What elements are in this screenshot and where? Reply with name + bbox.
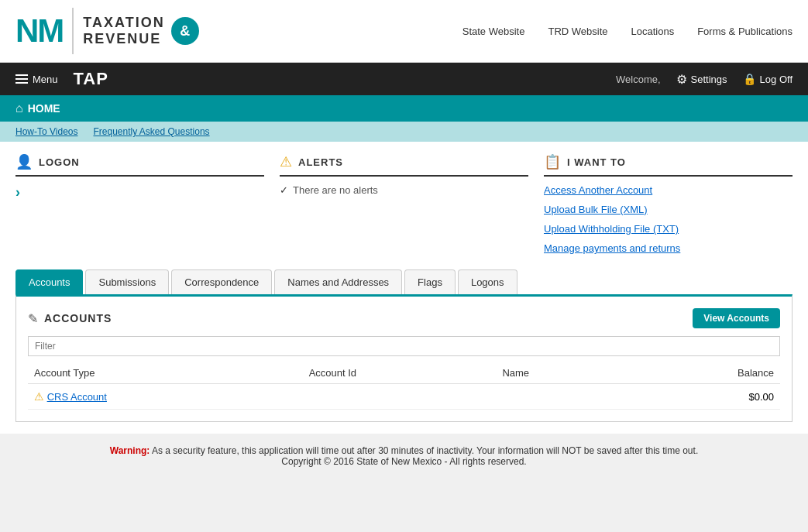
- tab-logons[interactable]: Logons: [458, 269, 517, 294]
- link-upload-withholding-file[interactable]: Upload Withholding File (TXT): [544, 223, 793, 235]
- logo-nm: NM: [15, 15, 63, 47]
- balance-cell: $0.00: [623, 384, 780, 410]
- table-row: ⚠ CRS Account $0.00: [28, 384, 780, 410]
- menu-right: Welcome, Settings Log Off: [616, 72, 793, 87]
- home-link[interactable]: ⌂ HOME: [15, 101, 60, 115]
- edit-icon[interactable]: ✎: [28, 311, 38, 326]
- home-label: HOME: [28, 102, 60, 115]
- account-type-cell: ⚠ CRS Account: [28, 384, 303, 410]
- top-navigation: State Website TRD Website Locations Form…: [462, 26, 793, 37]
- i-want-to-title: I WANT TO: [567, 156, 626, 168]
- warning-label: Warning:: [110, 445, 150, 456]
- link-access-another-account[interactable]: Access Another Account: [544, 184, 793, 196]
- name-cell: [496, 384, 622, 410]
- sub-navigation: How-To Videos Frequently Asked Questions: [0, 122, 808, 142]
- doc-icon: 📋: [544, 153, 561, 170]
- accounts-table: Account Type Account Id Name Balance ⚠ C…: [28, 362, 780, 410]
- logon-arrow[interactable]: ›: [15, 184, 264, 201]
- alert-triangle-icon: ⚠: [280, 153, 292, 170]
- link-upload-bulk-file[interactable]: Upload Bulk File (XML): [544, 204, 793, 215]
- no-alerts-text: There are no alerts: [293, 184, 378, 196]
- welcome-text: Welcome,: [616, 74, 661, 85]
- menu-bar: Menu TAP Welcome, Settings Log Off: [0, 63, 808, 95]
- house-icon: ⌂: [15, 101, 23, 115]
- col-account-id: Account Id: [303, 362, 497, 384]
- logon-title: LOGON: [39, 156, 80, 168]
- view-accounts-button[interactable]: View Accounts: [693, 308, 780, 328]
- checkmark-icon: ✓: [280, 184, 288, 196]
- home-bar: ⌂ HOME: [0, 95, 808, 122]
- warning-body: As a security feature, this application …: [152, 445, 698, 456]
- logoff-label: Log Off: [760, 74, 793, 85]
- gear-icon: [676, 72, 687, 87]
- nav-trd-website[interactable]: TRD Website: [548, 26, 607, 37]
- lock-icon: [743, 73, 756, 85]
- i-want-to-links: Access Another Account Upload Bulk File …: [544, 184, 793, 254]
- tap-title: TAP: [74, 69, 108, 89]
- col-account-type: Account Type: [28, 362, 303, 384]
- hamburger-menu[interactable]: Menu: [15, 74, 58, 85]
- tabs: Accounts Submissions Correspondence Name…: [15, 269, 793, 294]
- tab-submissions[interactable]: Submissions: [85, 269, 169, 294]
- accounts-title: ACCOUNTS: [44, 312, 112, 324]
- tab-correspondence[interactable]: Correspondence: [171, 269, 272, 294]
- logo-taxation: Taxation: [83, 15, 164, 31]
- logo-ampersand: &: [171, 17, 199, 45]
- nav-faq[interactable]: Frequently Asked Questions: [93, 126, 209, 137]
- hamburger-icon: [15, 74, 28, 84]
- logon-header: 👤 LOGON: [15, 153, 264, 177]
- logo-text: Taxation Revenue: [83, 15, 164, 47]
- nav-forms-publications[interactable]: Forms & Publications: [697, 26, 793, 37]
- person-icon: 👤: [15, 153, 33, 170]
- copyright: Copyright © 2016 State of New Mexico - A…: [12, 456, 796, 467]
- account-id-cell: [303, 384, 497, 410]
- footer: Warning: As a security feature, this app…: [0, 434, 808, 479]
- accounts-title-row: ✎ ACCOUNTS: [28, 311, 112, 326]
- nav-locations[interactable]: Locations: [631, 26, 675, 37]
- alerts-section: ⚠ ALERTS ✓ There are no alerts: [280, 153, 528, 254]
- tab-names-addresses[interactable]: Names and Addresses: [274, 269, 402, 294]
- tab-flags[interactable]: Flags: [404, 269, 456, 294]
- tab-accounts[interactable]: Accounts: [15, 269, 83, 294]
- top-header: NM Taxation Revenue & State Website TRD …: [0, 0, 808, 63]
- logo-divider: [72, 8, 74, 54]
- link-manage-payments[interactable]: Manage payments and returns: [544, 242, 793, 254]
- i-want-to-header: 📋 I WANT TO: [544, 153, 793, 177]
- crs-account-link[interactable]: CRS Account: [47, 391, 107, 403]
- settings-button[interactable]: Settings: [676, 72, 727, 87]
- alert-message: ✓ There are no alerts: [280, 184, 528, 196]
- alerts-header: ⚠ ALERTS: [280, 153, 528, 177]
- logo-revenue: Revenue: [83, 31, 164, 47]
- settings-label: Settings: [691, 74, 727, 85]
- logoff-button[interactable]: Log Off: [743, 73, 793, 85]
- tabs-container: Accounts Submissions Correspondence Name…: [15, 269, 793, 422]
- nav-state-website[interactable]: State Website: [462, 26, 525, 37]
- filter-input[interactable]: [28, 336, 780, 356]
- logo-area: NM Taxation Revenue &: [15, 8, 199, 54]
- three-column-section: 👤 LOGON › ⚠ ALERTS ✓ There are no alerts…: [15, 153, 793, 254]
- col-balance: Balance: [623, 362, 780, 384]
- accounts-header: ✎ ACCOUNTS View Accounts: [28, 308, 780, 328]
- menu-left: Menu TAP: [15, 69, 108, 89]
- col-name: Name: [496, 362, 622, 384]
- row-warning-icon: ⚠: [34, 390, 44, 403]
- alerts-title: ALERTS: [298, 156, 343, 168]
- menu-label: Menu: [33, 74, 58, 85]
- tab-content: ✎ ACCOUNTS View Accounts Account Type Ac…: [15, 294, 793, 422]
- i-want-to-section: 📋 I WANT TO Access Another Account Uploa…: [544, 153, 793, 254]
- logon-section: 👤 LOGON ›: [15, 153, 264, 254]
- warning-message: Warning: As a security feature, this app…: [12, 445, 796, 456]
- nav-how-to-videos[interactable]: How-To Videos: [15, 126, 77, 137]
- main-content: 👤 LOGON › ⚠ ALERTS ✓ There are no alerts…: [0, 142, 808, 434]
